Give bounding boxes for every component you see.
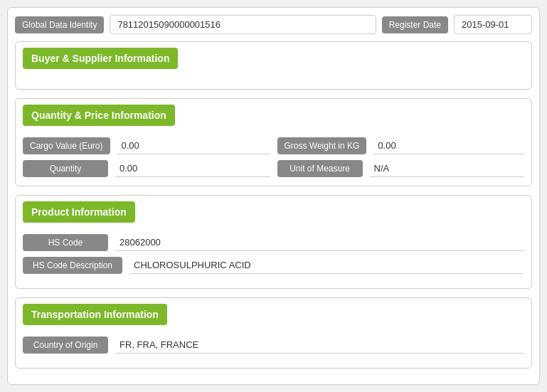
gross-weight-label: Gross Weight in KG	[277, 137, 367, 154]
unit-of-measure-value: N/A	[370, 160, 525, 177]
hs-code-desc-label: HS Code Description	[23, 257, 122, 274]
product-body: HS Code 28062000 HS Code Description CHL…	[16, 228, 531, 288]
buyer-supplier-body	[16, 75, 531, 89]
quantity-price-row2: Quantity 0.00 Unit of Measure N/A	[23, 160, 524, 177]
hs-code-value: 28062000	[115, 234, 524, 251]
cargo-value-value: 0.00	[117, 137, 270, 154]
quantity-price-row1: Cargo Value (Euro) 0.00 Gross Weight in …	[23, 137, 524, 154]
unit-of-measure-col: Unit of Measure N/A	[277, 160, 525, 177]
hs-code-label: HS Code	[23, 234, 108, 251]
cargo-value-col: Cargo Value (Euro) 0.00	[23, 137, 270, 154]
transportation-header: Transportation Information	[23, 304, 167, 325]
transportation-body: Country of Origin FR, FRA, FRANCE	[16, 331, 531, 368]
hs-code-desc-value: CHLOROSULPHURIC ACID	[129, 257, 524, 274]
buyer-supplier-section: Buyer & Supplier Information	[15, 41, 532, 90]
cargo-value-label: Cargo Value (Euro)	[23, 137, 110, 154]
gross-weight-col: Gross Weight in KG 0.00	[277, 137, 525, 154]
quantity-label: Quantity	[23, 160, 108, 177]
register-date-label: Register Date	[382, 16, 448, 33]
quantity-price-header: Quantity & Price Information	[23, 105, 175, 126]
quantity-price-section: Quantity & Price Information Cargo Value…	[15, 98, 532, 186]
gdi-value: 78112015090000001516	[110, 15, 376, 34]
register-date-value: 2015-09-01	[454, 15, 532, 34]
country-of-origin-label: Country of Origin	[23, 337, 108, 354]
product-section: Product Information HS Code 28062000 HS …	[15, 195, 532, 289]
quantity-value: 0.00	[115, 160, 270, 177]
country-of-origin-value: FR, FRA, FRANCE	[115, 337, 524, 354]
gdi-label: Global Data Identity	[15, 16, 104, 33]
global-data-row: Global Data Identity 7811201509000000151…	[15, 15, 532, 34]
transportation-section: Transportation Information Country of Or…	[15, 297, 532, 369]
hs-code-row: HS Code 28062000	[23, 234, 524, 251]
quantity-price-body: Cargo Value (Euro) 0.00 Gross Weight in …	[16, 132, 531, 186]
product-header: Product Information	[23, 201, 135, 223]
buyer-supplier-header: Buyer & Supplier Information	[23, 48, 178, 69]
gross-weight-value: 0.00	[373, 137, 524, 154]
unit-of-measure-label: Unit of Measure	[277, 160, 363, 177]
main-container: Global Data Identity 7811201509000000151…	[7, 7, 540, 385]
hs-code-desc-row: HS Code Description CHLOROSULPHURIC ACID	[23, 257, 524, 274]
country-of-origin-row: Country of Origin FR, FRA, FRANCE	[23, 337, 524, 354]
quantity-col: Quantity 0.00	[23, 160, 270, 177]
